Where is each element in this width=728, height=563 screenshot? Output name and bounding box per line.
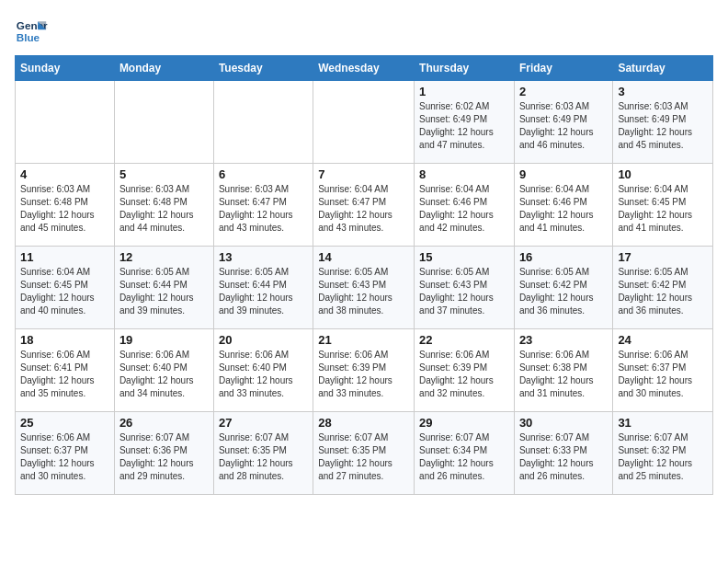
col-header-tuesday: Tuesday	[213, 56, 313, 81]
day-cell: 2Sunrise: 6:03 AM Sunset: 6:49 PM Daylig…	[514, 81, 612, 164]
day-cell	[114, 81, 213, 164]
day-number: 30	[519, 416, 608, 430]
day-cell: 22Sunrise: 6:06 AM Sunset: 6:39 PM Dayli…	[415, 329, 515, 412]
header: General Blue	[15, 15, 713, 48]
day-cell: 13Sunrise: 6:05 AM Sunset: 6:44 PM Dayli…	[213, 247, 313, 329]
day-info: Sunrise: 6:07 AM Sunset: 6:33 PM Dayligh…	[519, 431, 608, 483]
day-cell: 16Sunrise: 6:05 AM Sunset: 6:42 PM Dayli…	[514, 247, 612, 329]
day-cell: 5Sunrise: 6:03 AM Sunset: 6:48 PM Daylig…	[114, 164, 213, 247]
day-info: Sunrise: 6:05 AM Sunset: 6:42 PM Dayligh…	[519, 266, 608, 317]
day-number: 28	[318, 416, 409, 430]
day-number: 10	[618, 167, 708, 181]
day-info: Sunrise: 6:03 AM Sunset: 6:48 PM Dayligh…	[119, 183, 209, 235]
day-number: 17	[618, 250, 708, 264]
day-info: Sunrise: 6:06 AM Sunset: 6:37 PM Dayligh…	[618, 349, 708, 400]
day-number: 5	[119, 167, 209, 181]
day-cell: 25Sunrise: 6:06 AM Sunset: 6:37 PM Dayli…	[16, 412, 115, 495]
day-cell: 21Sunrise: 6:06 AM Sunset: 6:39 PM Dayli…	[313, 329, 415, 412]
day-cell: 8Sunrise: 6:04 AM Sunset: 6:46 PM Daylig…	[415, 164, 515, 247]
day-number: 16	[519, 250, 608, 264]
day-cell: 14Sunrise: 6:05 AM Sunset: 6:43 PM Dayli…	[313, 247, 415, 329]
day-info: Sunrise: 6:06 AM Sunset: 6:39 PM Dayligh…	[318, 349, 409, 400]
day-info: Sunrise: 6:04 AM Sunset: 6:45 PM Dayligh…	[20, 266, 109, 317]
day-cell: 30Sunrise: 6:07 AM Sunset: 6:33 PM Dayli…	[514, 412, 612, 495]
day-number: 22	[419, 333, 509, 347]
day-cell: 26Sunrise: 6:07 AM Sunset: 6:36 PM Dayli…	[114, 412, 213, 495]
day-info: Sunrise: 6:07 AM Sunset: 6:35 PM Dayligh…	[318, 431, 409, 483]
week-row-2: 4Sunrise: 6:03 AM Sunset: 6:48 PM Daylig…	[16, 164, 713, 247]
day-cell: 1Sunrise: 6:02 AM Sunset: 6:49 PM Daylig…	[415, 81, 515, 164]
day-cell: 12Sunrise: 6:05 AM Sunset: 6:44 PM Dayli…	[114, 247, 213, 329]
day-cell: 7Sunrise: 6:04 AM Sunset: 6:47 PM Daylig…	[313, 164, 415, 247]
col-header-monday: Monday	[114, 56, 213, 81]
logo-icon: General Blue	[15, 15, 48, 48]
day-cell: 15Sunrise: 6:05 AM Sunset: 6:43 PM Dayli…	[415, 247, 515, 329]
day-cell: 10Sunrise: 6:04 AM Sunset: 6:45 PM Dayli…	[613, 164, 713, 247]
day-info: Sunrise: 6:04 AM Sunset: 6:45 PM Dayligh…	[618, 183, 708, 235]
day-cell: 9Sunrise: 6:04 AM Sunset: 6:46 PM Daylig…	[514, 164, 612, 247]
day-info: Sunrise: 6:04 AM Sunset: 6:46 PM Dayligh…	[519, 183, 608, 235]
day-number: 3	[618, 85, 708, 98]
day-cell: 23Sunrise: 6:06 AM Sunset: 6:38 PM Dayli…	[514, 329, 612, 412]
day-number: 20	[219, 333, 308, 347]
day-info: Sunrise: 6:03 AM Sunset: 6:48 PM Dayligh…	[20, 183, 109, 235]
day-cell: 19Sunrise: 6:06 AM Sunset: 6:40 PM Dayli…	[114, 329, 213, 412]
day-number: 12	[119, 250, 209, 264]
day-cell: 11Sunrise: 6:04 AM Sunset: 6:45 PM Dayli…	[16, 247, 115, 329]
logo: General Blue	[15, 15, 48, 48]
day-info: Sunrise: 6:06 AM Sunset: 6:39 PM Dayligh…	[419, 349, 509, 400]
day-info: Sunrise: 6:03 AM Sunset: 6:49 PM Dayligh…	[519, 100, 608, 152]
day-info: Sunrise: 6:03 AM Sunset: 6:47 PM Dayligh…	[219, 183, 308, 235]
day-info: Sunrise: 6:05 AM Sunset: 6:43 PM Dayligh…	[318, 266, 409, 317]
day-info: Sunrise: 6:04 AM Sunset: 6:46 PM Dayligh…	[419, 183, 509, 235]
day-info: Sunrise: 6:03 AM Sunset: 6:49 PM Dayligh…	[618, 100, 708, 152]
col-header-friday: Friday	[514, 56, 612, 81]
day-info: Sunrise: 6:05 AM Sunset: 6:42 PM Dayligh…	[618, 266, 708, 317]
day-info: Sunrise: 6:06 AM Sunset: 6:40 PM Dayligh…	[119, 349, 209, 400]
day-info: Sunrise: 6:05 AM Sunset: 6:44 PM Dayligh…	[119, 266, 209, 317]
day-number: 26	[119, 416, 209, 430]
day-number: 23	[519, 333, 608, 347]
svg-text:Blue: Blue	[17, 31, 40, 43]
day-number: 2	[519, 85, 608, 98]
day-number: 6	[219, 167, 308, 181]
day-number: 31	[618, 416, 708, 430]
day-number: 9	[519, 167, 608, 181]
day-cell: 29Sunrise: 6:07 AM Sunset: 6:34 PM Dayli…	[415, 412, 515, 495]
day-info: Sunrise: 6:05 AM Sunset: 6:43 PM Dayligh…	[419, 266, 509, 317]
day-info: Sunrise: 6:04 AM Sunset: 6:47 PM Dayligh…	[318, 183, 409, 235]
day-number: 15	[419, 250, 509, 264]
day-number: 11	[20, 250, 109, 264]
day-cell: 17Sunrise: 6:05 AM Sunset: 6:42 PM Dayli…	[613, 247, 713, 329]
calendar-header-row: SundayMondayTuesdayWednesdayThursdayFrid…	[16, 56, 713, 81]
col-header-thursday: Thursday	[415, 56, 515, 81]
col-header-wednesday: Wednesday	[313, 56, 415, 81]
day-cell	[16, 81, 115, 164]
day-number: 21	[318, 333, 409, 347]
day-number: 4	[20, 167, 109, 181]
week-row-1: 1Sunrise: 6:02 AM Sunset: 6:49 PM Daylig…	[16, 81, 713, 164]
week-row-4: 18Sunrise: 6:06 AM Sunset: 6:41 PM Dayli…	[16, 329, 713, 412]
week-row-3: 11Sunrise: 6:04 AM Sunset: 6:45 PM Dayli…	[16, 247, 713, 329]
day-number: 14	[318, 250, 409, 264]
day-number: 24	[618, 333, 708, 347]
day-cell: 6Sunrise: 6:03 AM Sunset: 6:47 PM Daylig…	[213, 164, 313, 247]
day-cell: 20Sunrise: 6:06 AM Sunset: 6:40 PM Dayli…	[213, 329, 313, 412]
day-number: 19	[119, 333, 209, 347]
day-info: Sunrise: 6:06 AM Sunset: 6:41 PM Dayligh…	[20, 349, 109, 400]
day-cell: 4Sunrise: 6:03 AM Sunset: 6:48 PM Daylig…	[16, 164, 115, 247]
day-info: Sunrise: 6:07 AM Sunset: 6:35 PM Dayligh…	[219, 431, 308, 483]
day-cell: 27Sunrise: 6:07 AM Sunset: 6:35 PM Dayli…	[213, 412, 313, 495]
day-number: 29	[419, 416, 509, 430]
day-cell: 31Sunrise: 6:07 AM Sunset: 6:32 PM Dayli…	[613, 412, 713, 495]
day-number: 8	[419, 167, 509, 181]
day-info: Sunrise: 6:06 AM Sunset: 6:37 PM Dayligh…	[20, 431, 109, 483]
day-number: 7	[318, 167, 409, 181]
day-number: 27	[219, 416, 308, 430]
day-number: 1	[419, 85, 509, 98]
week-row-5: 25Sunrise: 6:06 AM Sunset: 6:37 PM Dayli…	[16, 412, 713, 495]
day-info: Sunrise: 6:07 AM Sunset: 6:32 PM Dayligh…	[618, 431, 708, 483]
day-cell: 18Sunrise: 6:06 AM Sunset: 6:41 PM Dayli…	[16, 329, 115, 412]
day-info: Sunrise: 6:07 AM Sunset: 6:36 PM Dayligh…	[119, 431, 209, 483]
day-number: 25	[20, 416, 109, 430]
